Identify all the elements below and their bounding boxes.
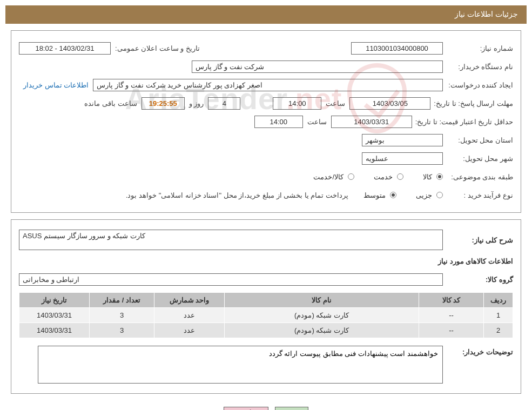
- row-requester: ایجاد کننده درخواست: اصغر کهزادی پور کار…: [19, 77, 513, 92]
- header-divider: [5, 23, 527, 24]
- label-remain: ساعت باقی مانده: [80, 99, 141, 107]
- cell-row: 1: [484, 308, 513, 323]
- label-purchase-type: نوع فرآیند خرید :: [443, 191, 513, 199]
- cell-date: 1403/03/31: [19, 308, 90, 323]
- th-name: نام کالا: [225, 293, 419, 308]
- row-province: استان محل تحویل: بوشهر: [19, 132, 513, 147]
- radio-minor-label: جزیی: [416, 191, 432, 199]
- label-buyer-org: نام دستگاه خریدار:: [443, 63, 513, 71]
- items-header: اطلاعات کالاهای مورد نیاز: [438, 257, 513, 265]
- radio-group-purchase: جزیی متوسط: [363, 191, 443, 199]
- row-classification: طبقه بندی موضوعی: کالا خدمت کالا/خدمت: [19, 169, 513, 184]
- radio-medium[interactable]: [390, 192, 396, 198]
- field-city: عسلویه: [362, 152, 443, 165]
- label-time-2: ساعت: [303, 118, 331, 126]
- field-buyer-notes[interactable]: [38, 346, 443, 384]
- th-row: ردیف: [484, 293, 513, 308]
- field-timer: 19:25:55: [142, 97, 185, 110]
- radio-goods-label: کالا: [423, 173, 432, 181]
- row-group: گروه کالا: ارتباطی و مخابراتی: [19, 272, 513, 287]
- cell-unit: عدد: [154, 308, 225, 323]
- field-pub-date: 1403/02/31 - 18:02: [19, 42, 111, 55]
- field-days: 4: [208, 97, 240, 110]
- field-price-validity-date: 1403/03/31: [331, 116, 412, 128]
- cell-qty: 3: [90, 308, 154, 323]
- label-pub-date: تاریخ و ساعت اعلان عمومی:: [111, 44, 204, 52]
- purchase-note: پرداخت تمام یا بخشی از مبلغ خرید،از محل …: [122, 191, 353, 199]
- th-code: کد کالا: [419, 293, 484, 308]
- field-buyer-org: شرکت نفت و گاز پارس: [192, 61, 443, 73]
- back-button[interactable]: بازگشت: [224, 407, 268, 410]
- label-group: گروه کالا:: [443, 275, 513, 284]
- label-time-1: ساعت: [321, 99, 349, 107]
- cell-unit: عدد: [154, 323, 225, 338]
- row-purchase-type: نوع فرآیند خرید : جزیی متوسط پرداخت تمام…: [19, 187, 513, 203]
- items-table: ردیف کد کالا نام کالا واحد شمارش تعداد /…: [19, 292, 513, 338]
- label-requester: ایجاد کننده درخواست:: [443, 81, 513, 89]
- th-qty: تعداد / مقدار: [90, 293, 154, 308]
- radio-goods-service-label: کالا/خدمت: [313, 173, 344, 181]
- cell-code: --: [419, 323, 484, 338]
- field-group: ارتباطی و مخابراتی: [19, 273, 443, 286]
- radio-medium-label: متوسط: [363, 191, 386, 199]
- label-summary: شرح کلی نیاز:: [443, 236, 513, 244]
- section-need-info: AriaTender.net شماره نیاز: 1103001034000…: [11, 30, 521, 213]
- radio-service[interactable]: [397, 173, 403, 180]
- field-reply-date: 1403/03/05: [349, 97, 430, 110]
- field-requester: اصغر کهزادی پور کارشناس خرید شرکت نفت و …: [93, 79, 443, 91]
- table-row: 1 -- کارت شبکه (مودم) عدد 3 1403/03/31: [19, 308, 513, 323]
- label-days: روز و: [185, 99, 208, 107]
- label-province: استان محل تحویل:: [443, 136, 513, 144]
- cell-name: کارت شبکه (مودم): [225, 323, 419, 338]
- table-row: 2 -- کارت شبکه (مودم) عدد 3 1403/03/31: [19, 323, 513, 338]
- print-button[interactable]: چاپ: [275, 407, 308, 410]
- radio-goods-service[interactable]: [348, 173, 354, 180]
- button-row: چاپ بازگشت: [0, 400, 532, 410]
- cell-row: 2: [484, 323, 513, 338]
- field-price-validity-time: 14:00: [254, 116, 303, 128]
- cell-name: کارت شبکه (مودم): [225, 308, 419, 323]
- page-title-text: جزئیات اطلاعات نیاز: [455, 10, 518, 18]
- buyer-contact-link[interactable]: اطلاعات تماس خریدار: [19, 81, 93, 89]
- page-title: جزئیات اطلاعات نیاز: [5, 5, 527, 23]
- cell-date: 1403/03/31: [19, 323, 90, 338]
- section-items: شرح کلی نیاز: کارت شبکه و سرور سازگار سی…: [11, 219, 521, 394]
- field-summary: کارت شبکه و سرور سازگار سیستم ASUS: [19, 230, 443, 250]
- label-req-no: شماره نیاز:: [443, 44, 513, 52]
- label-buyer-notes: توضیحات خریدار:: [443, 346, 513, 356]
- row-req-no: شماره نیاز: 1103001034000800 تاریخ و ساع…: [19, 41, 513, 56]
- radio-goods[interactable]: [436, 173, 443, 180]
- row-items-header: اطلاعات کالاهای مورد نیاز: [19, 253, 513, 268]
- label-price-validity: حداقل تاریخ اعتبار قیمت: تا تاریخ:: [412, 118, 513, 126]
- field-req-no: 1103001034000800: [351, 42, 443, 55]
- radio-minor[interactable]: [436, 192, 443, 198]
- row-buyer-notes: توضیحات خریدار:: [19, 346, 513, 384]
- row-price-validity: حداقل تاریخ اعتبار قیمت: تا تاریخ: 1403/…: [19, 114, 513, 129]
- row-summary: شرح کلی نیاز: کارت شبکه و سرور سازگار سی…: [19, 230, 513, 250]
- table-header-row: ردیف کد کالا نام کالا واحد شمارش تعداد /…: [19, 293, 513, 308]
- radio-service-label: خدمت: [374, 173, 393, 181]
- row-buyer-org: نام دستگاه خریدار: شرکت نفت و گاز پارس: [19, 59, 513, 74]
- label-classification: طبقه بندی موضوعی:: [443, 173, 513, 181]
- field-reply-time: 14:00: [273, 97, 321, 110]
- field-province: بوشهر: [362, 134, 443, 146]
- cell-code: --: [419, 308, 484, 323]
- row-city: شهر محل تحویل: عسلویه: [19, 151, 513, 166]
- radio-group-classification: کالا خدمت کالا/خدمت: [313, 173, 443, 181]
- th-unit: واحد شمارش: [154, 293, 225, 308]
- label-reply-deadline: مهلت ارسال پاسخ: تا تاریخ:: [430, 99, 513, 107]
- label-city: شهر محل تحویل:: [443, 154, 513, 163]
- cell-qty: 3: [90, 323, 154, 338]
- th-date: تاریخ نیاز: [19, 293, 90, 308]
- row-reply-deadline: مهلت ارسال پاسخ: تا تاریخ: 1403/03/05 سا…: [19, 96, 513, 111]
